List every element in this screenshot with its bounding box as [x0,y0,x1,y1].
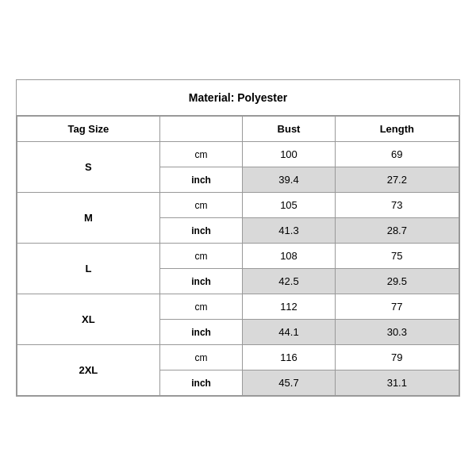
header-tag-size: Tag Size [17,117,160,142]
size-table: Tag Size Bust Length Scm10069inch39.427.… [17,116,459,396]
chart-title: Material: Polyester [17,80,459,116]
length-cm-value: 69 [335,142,459,167]
length-cm-value: 75 [335,244,459,269]
unit-inch-cell: inch [159,218,243,244]
bust-inch-value: 44.1 [243,320,335,345]
size-tag-cell: XL [17,294,160,345]
unit-inch-cell: inch [159,167,243,193]
table-header-row: Tag Size Bust Length [17,117,459,142]
unit-inch-cell: inch [159,269,243,294]
unit-cm-cell: cm [159,294,243,320]
bust-cm-value: 100 [243,142,335,167]
length-inch-value: 31.1 [335,370,459,396]
bust-cm-value: 116 [243,345,335,370]
table-row: Scm10069 [17,142,459,167]
unit-cm-cell: cm [159,345,243,370]
size-tag-cell: M [17,193,160,244]
unit-inch-cell: inch [159,370,243,396]
bust-cm-value: 105 [243,193,335,218]
table-row: Mcm10573 [17,193,459,218]
unit-cm-cell: cm [159,193,243,218]
bust-cm-value: 112 [243,294,335,320]
bust-inch-value: 41.3 [243,218,335,244]
unit-cm-cell: cm [159,142,243,167]
length-cm-value: 73 [335,193,459,218]
bust-inch-value: 45.7 [243,370,335,396]
bust-cm-value: 108 [243,244,335,269]
size-tag-cell: L [17,244,160,294]
length-inch-value: 30.3 [335,320,459,345]
length-inch-value: 29.5 [335,269,459,294]
unit-inch-cell: inch [159,320,243,345]
size-chart-container: Material: Polyester Tag Size Bust Length… [16,79,460,397]
header-unit-col [159,117,243,142]
length-inch-value: 28.7 [335,218,459,244]
length-cm-value: 79 [335,345,459,370]
size-tag-cell: S [17,142,160,193]
table-row: XLcm11277 [17,294,459,320]
size-tag-cell: 2XL [17,345,160,396]
table-row: Lcm10875 [17,244,459,269]
header-bust: Bust [243,117,335,142]
length-cm-value: 77 [335,294,459,320]
table-row: 2XLcm11679 [17,345,459,370]
bust-inch-value: 42.5 [243,269,335,294]
bust-inch-value: 39.4 [243,167,335,193]
length-inch-value: 27.2 [335,167,459,193]
unit-cm-cell: cm [159,244,243,269]
header-length: Length [335,117,459,142]
